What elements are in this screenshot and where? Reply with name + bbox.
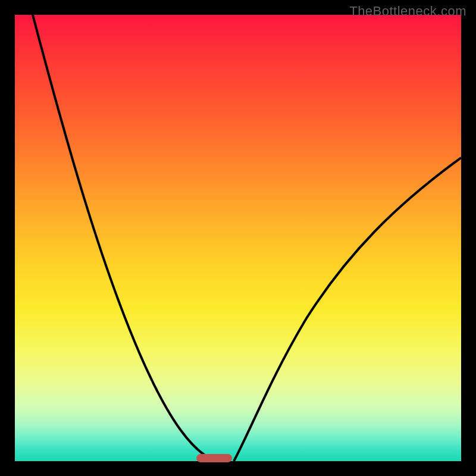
right-curve (234, 158, 461, 461)
curves-svg (15, 15, 461, 461)
chart-frame: TheBottleneck.com (0, 0, 476, 476)
bottleneck-marker (196, 454, 232, 462)
left-curve (33, 15, 215, 461)
plot-area (15, 15, 461, 461)
watermark-text: TheBottleneck.com (349, 4, 466, 19)
